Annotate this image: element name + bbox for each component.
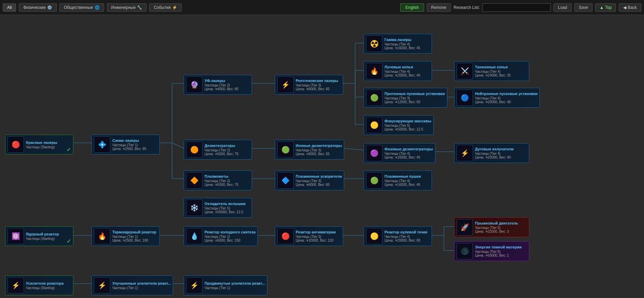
- tech-name-jump_drive: Прыжковый двигатель: [475, 221, 527, 225]
- tech-icon-plasma_thrower: 🔶: [186, 172, 202, 189]
- tech-name-antimatter_reactor: Реактор антиматерии: [296, 230, 341, 234]
- tech-icon-gamma_laser: ☢️: [366, 36, 382, 52]
- tech-icon-jump_drive: 🚀: [457, 219, 473, 235]
- tech-info-ion_disint: Ионные дезинтеграторыЧастицы (Tier 3)Цен…: [296, 144, 342, 156]
- research-input[interactable]: [482, 3, 551, 12]
- tech-card-xray_laser[interactable]: ⚡Рентгеновские лазерыЧастицы (Tier 3)Цен…: [275, 75, 343, 95]
- tech-name-advanced_boost: Продвинутые усилители реакт...: [205, 281, 265, 285]
- tech-card-thermo_reactor[interactable]: 🔥Термоядерный реакторЧастицы (Tier 1)Цен…: [92, 226, 160, 246]
- tech-icon-thermo_reactor: 🔥: [94, 228, 110, 244]
- research-list-label: Research List:: [453, 5, 480, 10]
- tech-name-plasma_cannon: Плазменные пушки: [384, 174, 430, 178]
- tech-icon-plasma_acc: 🔷: [277, 172, 294, 189]
- tech-card-red_laser[interactable]: 🔴Красные лазерыЧастицы (Starting)✓: [5, 135, 73, 154]
- tech-card-beam_lance[interactable]: 🔥Лучевые копьяЧастицы (Tier 4)Цена: ✳200…: [364, 61, 432, 81]
- tech-card-plasma_cannon[interactable]: 🟢Плазменные пушкиЧастицы (Tier 4)Цена: ✳…: [364, 171, 432, 190]
- nav-events[interactable]: События ⚡: [149, 3, 182, 12]
- tech-card-reactor_boost[interactable]: ⚡Усилители реактораЧастицы (Starting): [5, 275, 73, 295]
- tech-card-phase_disint[interactable]: 🟣Фазовые дезинтеграторыЧастицы (Tier 4)Ц…: [364, 143, 435, 163]
- english-button[interactable]: English: [400, 3, 424, 12]
- nav-all[interactable]: All: [3, 3, 16, 12]
- tech-tier-plasma_thrower: Частицы (Tier 2): [205, 179, 250, 183]
- tech-price-antimatter_reactor: Цена: ✳10000, Вес: 120: [296, 239, 341, 242]
- tech-card-plasma_acc[interactable]: 🔷Плазменные ускорителиЧастицы (Tier 3)Це…: [275, 171, 344, 190]
- tech-tier-cold_fusion: Частицы (Tier 2): [205, 235, 255, 239]
- tech-info-zero_point_reactor: Реактор нулевой точкиЧастицы (Tier 4)Цен…: [384, 230, 430, 242]
- checkmark-nuclear_reactor: ✓: [67, 238, 71, 244]
- tech-price-dark_matter: Цена: ✳50000, Вес: 1: [475, 254, 527, 257]
- tech-tier-xray_laser: Частицы (Tier 3): [296, 83, 341, 87]
- tech-price-plasma_acc: Цена: ✳8000, Вес: 65: [296, 183, 342, 187]
- top-button[interactable]: ▲ Top: [595, 3, 616, 12]
- tech-name-disintegrator: Дезинтеграторы: [205, 144, 250, 148]
- tech-card-disintegrator[interactable]: 🟠ДезинтеграторыЧастицы (Tier 2)Цена: ✳50…: [184, 140, 252, 160]
- tech-tier-jump_drive: Частицы (Tier 5): [475, 226, 527, 230]
- tech-icon-beam_lance: 🔥: [366, 63, 382, 79]
- tech-info-thermo_reactor: Термоядерный реакторЧастицы (Tier 1)Цена…: [112, 230, 157, 242]
- tech-info-plasma_thrower: ПлазмометыЧастицы (Tier 2)Цена: ✳5000, В…: [205, 174, 250, 187]
- remove-button[interactable]: Remove: [427, 3, 451, 12]
- tech-info-improved_boost: Улучшенные усилители реакт...Частицы (Ti…: [112, 281, 171, 290]
- tech-price-neutron_launcher: Цена: ✳20000, Вес: 40: [475, 100, 537, 104]
- tech-card-arc_emitter[interactable]: ⚡Дуговые излучателиЧастицы (Tier 4)Цена:…: [454, 143, 529, 163]
- tech-icon-red_laser: 🔴: [8, 136, 24, 153]
- tech-price-proton_launcher: Цена: ✳12000, Вес: 50: [384, 100, 445, 104]
- main-content: 🔴Красные лазерыЧастицы (Starting)✓💠Синие…: [0, 15, 644, 298]
- nav-social[interactable]: Общественные 🌐: [59, 3, 104, 12]
- load-button[interactable]: Load: [554, 3, 572, 12]
- nav-physical[interactable]: Физические ⚙️: [19, 3, 57, 12]
- tech-card-improved_boost[interactable]: ⚡Улучшенные усилители реакт...Частицы (T…: [92, 275, 173, 295]
- tech-name-xray_laser: Рентгеновские лазеры: [296, 79, 341, 83]
- tech-icon-neutron_launcher: 🔵: [457, 90, 473, 106]
- back-button[interactable]: ◀ Back: [619, 3, 641, 12]
- tech-info-cold_fusion: Реактор холодного синтезаЧастицы (Tier 2…: [205, 230, 255, 242]
- tech-name-red_laser: Красные лазеры: [26, 140, 71, 145]
- tech-card-focus_array[interactable]: 🟡Фокусирующие массивыЧастицы (Tier 5)Цен…: [364, 115, 434, 135]
- tech-price-xray_laser: Цена: ✳8000, Вес: 65: [296, 87, 341, 91]
- tech-name-gamma_laser: Гамма-лазеры: [384, 38, 430, 42]
- tech-info-red_laser: Красные лазерыЧастицы (Starting): [26, 140, 71, 149]
- tech-card-antimatter_reactor[interactable]: 🔴Реактор антиматерииЧастицы (Tier 3)Цена…: [275, 226, 343, 246]
- tech-price-plasma_cannon: Цена: ✳16000, Вес: 45: [384, 183, 430, 187]
- tech-tier-zero_point_reactor: Частицы (Tier 4): [384, 235, 430, 239]
- tech-card-nuclear_reactor[interactable]: ⚛️Ядерный реакторЧастицы (Starting)✓: [5, 226, 73, 246]
- tech-tier-improved_boost: Частицы (Tier 1): [112, 286, 171, 290]
- tech-price-phase_disint: Цена: ✳16000, Вес: 45: [384, 155, 433, 159]
- tech-tier-thermo_reactor: Частицы (Tier 1): [112, 235, 157, 239]
- tech-card-zero_point_reactor[interactable]: 🟡Реактор нулевой точкиЧастицы (Tier 4)Це…: [364, 226, 432, 246]
- tech-icon-proton_launcher: 🟢: [366, 90, 382, 106]
- tech-icon-reactor_boost: ⚡: [8, 277, 24, 294]
- tech-card-blue_laser[interactable]: 💠Синие лазерыЧастицы (Tier 1)Цена: ✳2500…: [92, 135, 160, 154]
- tech-tier-focus_array: Частицы (Tier 5): [384, 124, 431, 127]
- tech-tier-reactor_boost: Частицы (Starting): [26, 286, 71, 290]
- tech-tier-beam_lance: Частицы (Tier 4): [384, 70, 430, 73]
- tech-tier-gamma_laser: Частицы (Tier 4): [384, 42, 430, 46]
- tech-card-dark_matter[interactable]: 🌑Энергия темной материиЧастицы (Tier 5)Ц…: [454, 241, 529, 261]
- tech-info-plasma_acc: Плазменные ускорителиЧастицы (Tier 3)Цен…: [296, 174, 342, 187]
- tech-card-plasma_thrower[interactable]: 🔶ПлазмометыЧастицы (Tier 2)Цена: ✳5000, …: [184, 171, 252, 190]
- tech-info-gamma_laser: Гамма-лазерыЧастицы (Tier 4)Цена: ✳16000…: [384, 38, 430, 50]
- tech-card-neutron_launcher[interactable]: 🔵Нейтронные пусковые установкиЧастицы (T…: [454, 88, 540, 108]
- tech-name-blue_laser: Синие лазеры: [112, 138, 157, 143]
- tech-card-ion_disint[interactable]: 🟢Ионные дезинтеграторыЧастицы (Tier 3)Це…: [275, 140, 344, 160]
- tech-card-proton_launcher[interactable]: 🟢Протонные пусковые установкиЧастицы (Ti…: [364, 88, 447, 108]
- tech-info-neutron_launcher: Нейтронные пусковые установкиЧастицы (Ti…: [475, 92, 537, 104]
- tech-info-uv_laser: УФ-лазерыЧастицы (Tier 2)Цена: ✳4000, Ве…: [205, 79, 250, 91]
- nav-engineering[interactable]: Инженерные 🔧: [107, 3, 147, 12]
- tech-card-flash_cooler[interactable]: ❄️Охладитель вспышкиЧастицы (Tier 5)Цена…: [184, 198, 252, 218]
- tech-card-tachyon_lance[interactable]: ⚔️Тахионные копьяЧастицы (Tier 4)Цена: ✳…: [454, 61, 529, 81]
- tech-card-cold_fusion[interactable]: 💧Реактор холодного синтезаЧастицы (Tier …: [184, 226, 258, 246]
- tech-tier-ion_disint: Частицы (Tier 3): [296, 148, 342, 152]
- save-button[interactable]: Save: [574, 3, 592, 12]
- tech-icon-plasma_cannon: 🟢: [366, 172, 382, 189]
- tech-icon-flash_cooler: ❄️: [186, 200, 202, 216]
- tech-card-uv_laser[interactable]: 🔮УФ-лазерыЧастицы (Tier 2)Цена: ✳4000, В…: [184, 75, 252, 95]
- tech-info-blue_laser: Синие лазерыЧастицы (Tier 1)Цена: ✳2500,…: [112, 138, 157, 151]
- tech-info-dark_matter: Энергия темной материиЧастицы (Tier 5)Це…: [475, 245, 527, 257]
- tech-name-cold_fusion: Реактор холодного синтеза: [205, 230, 255, 234]
- tech-price-jump_drive: Цена: ✳32000, Вес: 3: [475, 230, 527, 233]
- tech-card-gamma_laser[interactable]: ☢️Гамма-лазерыЧастицы (Tier 4)Цена: ✳160…: [364, 34, 432, 54]
- tech-card-advanced_boost[interactable]: ⚡Продвинутые усилители реакт...Частицы (…: [184, 275, 267, 295]
- tech-price-flash_cooler: Цена: ✳50000, Вес: 12.5: [205, 210, 250, 214]
- tech-card-jump_drive[interactable]: 🚀Прыжковый двигательЧастицы (Tier 5)Цена…: [454, 217, 529, 237]
